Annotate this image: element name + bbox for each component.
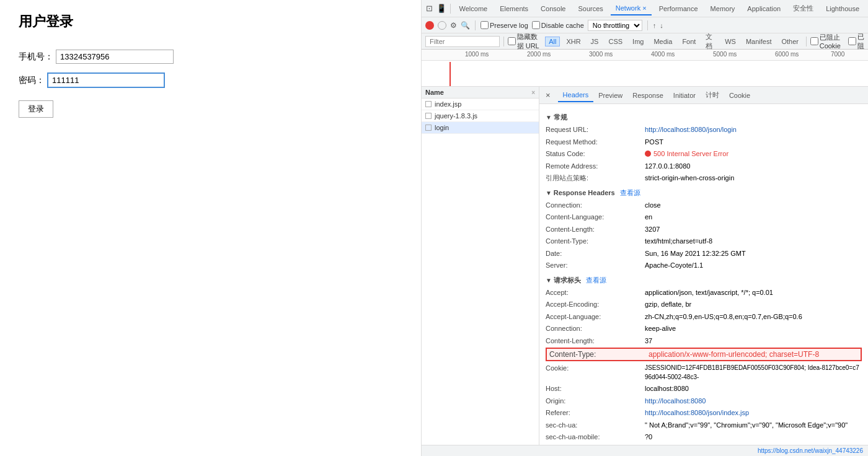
tab-application[interactable]: Application — [742, 2, 786, 15]
details-close-button[interactable]: × — [543, 90, 553, 100]
tick-1000: 1000 ms — [465, 51, 489, 58]
devtools-panel: ⊡ 📱 Welcome Elements Console Sources Net… — [422, 0, 868, 456]
filter-input[interactable] — [425, 36, 500, 47]
tab-welcome[interactable]: Welcome — [454, 2, 493, 15]
filter-doc[interactable]: 文档 — [702, 31, 719, 52]
general-section-title[interactable]: 常规 — [546, 113, 862, 122]
filter-media[interactable]: Media — [650, 37, 676, 46]
timeline-bars — [422, 62, 868, 87]
disable-cache-checkbox[interactable]: Disable cache — [532, 21, 584, 29]
checkbox-login — [425, 125, 432, 131]
separator-3 — [647, 20, 648, 30]
response-headers-section-title[interactable]: Response Headers — [546, 189, 615, 196]
req-referer: Referer http://localhost:8080/json/index… — [546, 408, 862, 418]
tab-cookie[interactable]: Cookie — [724, 89, 755, 102]
name-list-header: Name × — [422, 87, 539, 99]
preserve-log-input[interactable] — [480, 21, 489, 29]
filter-other[interactable]: Other — [778, 37, 803, 46]
login-panel: 用户登录 手机号： 密码： 登录 — [0, 0, 422, 456]
tab-sources[interactable]: Sources — [573, 2, 608, 15]
disable-cache-input[interactable] — [532, 21, 540, 29]
separator-5 — [806, 37, 807, 46]
block-cookies-checkbox[interactable]: 已阻止 Cookie — [810, 33, 846, 50]
tab-timing[interactable]: 计时 — [701, 88, 724, 102]
download-icon[interactable]: ↓ — [660, 22, 663, 29]
tab-security[interactable]: 安全性 — [788, 2, 818, 15]
req-cookie: Cookie JSESSIONID=12F4FDB1B1FB9EDAF00550… — [546, 363, 862, 382]
tick-6000: 6000 ms — [775, 51, 799, 58]
filter-css[interactable]: CSS — [604, 37, 626, 46]
req-accept: Accept application/json, text/javascript… — [546, 287, 862, 298]
request-headers-section-title[interactable]: 请求标头 — [546, 276, 581, 285]
devtools-tab-bar: ⊡ 📱 Welcome Elements Console Sources Net… — [422, 0, 868, 17]
resp-content-length: Content-Length 3207 — [546, 224, 862, 235]
blocked-label: 已阻 — [848, 32, 864, 51]
filter-all[interactable]: All — [545, 37, 560, 46]
req-origin: Origin http://localhost:8080 — [546, 396, 862, 406]
request-headers-view-source[interactable]: 查看源 — [586, 276, 606, 285]
req-sec-ch-ua-mobile: sec-ch-ua-mobile ?0 — [546, 432, 862, 442]
tab-network[interactable]: Network × — [611, 2, 652, 15]
password-input[interactable] — [47, 72, 165, 88]
list-item-index[interactable]: index.jsp — [422, 99, 539, 110]
separator-2 — [475, 20, 476, 30]
filter-font[interactable]: Font — [678, 37, 699, 46]
search-icon[interactable]: 🔍 — [461, 21, 470, 30]
login-button[interactable]: 登录 — [19, 100, 53, 118]
tab-console[interactable]: Console — [536, 2, 570, 15]
checkbox-jquery — [425, 113, 432, 119]
devtools-cursor-icon[interactable]: ⊡ — [425, 2, 434, 15]
tick-3000: 3000 ms — [589, 51, 613, 58]
upload-icon[interactable]: ↑ — [653, 22, 657, 29]
throttle-select[interactable]: No throttling — [588, 20, 642, 31]
tab-memory[interactable]: Memory — [706, 2, 740, 15]
devtools-device-icon[interactable]: 📱 — [436, 2, 446, 15]
req-connection: Connection keep-alive — [546, 323, 862, 334]
details-content: 常规 Request URL http://localhost:8080/jso… — [539, 104, 868, 445]
req-sec-ch-ua: sec-ch-ua " Not A;Brand";v="99", "Chromi… — [546, 420, 862, 431]
tab-lighthouse[interactable]: Lighthouse — [821, 2, 864, 15]
tab-performance[interactable]: Performance — [654, 2, 703, 15]
devtools-controls-bar: ⚙ 🔍 Preserve log Disable cache No thrott… — [422, 17, 868, 33]
close-name-list[interactable]: × — [531, 89, 535, 96]
record-button[interactable] — [425, 21, 434, 30]
devtools-main: Name × index.jsp jquery-1.8.3.js login ×… — [422, 87, 868, 445]
hide-data-urls-checkbox[interactable]: 隐藏数据 URL — [508, 32, 542, 51]
tick-7000: 7000 — [831, 51, 844, 58]
req-host: Host localhost:8080 — [546, 384, 862, 394]
phone-input[interactable] — [56, 50, 174, 64]
response-headers-view-source[interactable]: 查看源 — [620, 188, 640, 198]
stop-button[interactable] — [438, 21, 446, 30]
filter-xhr[interactable]: XHR — [562, 37, 584, 46]
detail-request-url: Request URL http://localhost:8080/json/l… — [546, 125, 862, 135]
tab-headers[interactable]: Headers — [558, 89, 594, 102]
tab-preview[interactable]: Preview — [593, 89, 627, 102]
phone-row: 手机号： — [19, 50, 402, 64]
password-row: 密码： — [19, 72, 402, 88]
req-content-type-highlighted: Content-Type application/x-www-form-urle… — [546, 348, 862, 361]
separator-4 — [503, 37, 504, 46]
req-content-length: Content-Length 37 — [546, 336, 862, 346]
name-list: Name × index.jsp jquery-1.8.3.js login — [422, 87, 539, 445]
request-headers-title-row: 请求标头 查看源 — [546, 276, 862, 285]
status-bar: https://blog.csdn.net/waixjn_44743226 — [422, 445, 868, 456]
preserve-log-checkbox[interactable]: Preserve log — [480, 21, 528, 29]
filter-img[interactable]: Img — [629, 37, 647, 46]
list-item-jquery[interactable]: jquery-1.8.3.js — [422, 110, 539, 122]
filter-js[interactable]: JS — [587, 37, 603, 46]
tick-5000: 5000 ms — [713, 51, 737, 58]
tab-response[interactable]: Response — [627, 89, 668, 102]
tick-2000: 2000 ms — [527, 51, 551, 58]
filter-ws[interactable]: WS — [721, 37, 740, 46]
phone-label: 手机号： — [19, 51, 53, 63]
tab-elements[interactable]: Elements — [495, 2, 533, 15]
resp-content-language: Content-Language en — [546, 212, 862, 222]
status-dot — [645, 151, 651, 157]
detail-referrer-policy: 引用站点策略 strict-origin-when-cross-origin — [546, 173, 862, 183]
password-label: 密码： — [19, 75, 45, 86]
filter-manifest[interactable]: Manifest — [742, 37, 776, 46]
resp-connection: Connection close — [546, 200, 862, 211]
filter-icon[interactable]: ⚙ — [450, 21, 457, 30]
tab-initiator[interactable]: Initiator — [668, 89, 701, 102]
list-item-login[interactable]: login — [422, 122, 539, 134]
